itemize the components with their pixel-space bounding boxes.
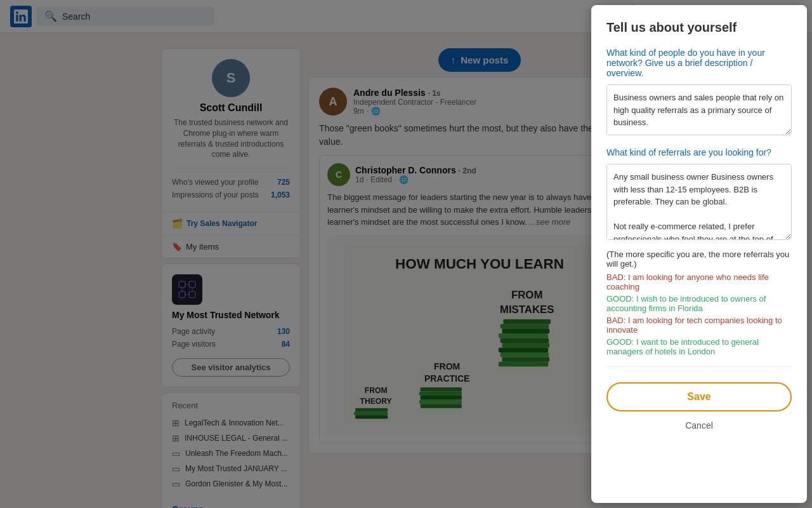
modal-title: Tell us about yourself — [606, 20, 792, 35]
save-button[interactable]: Save — [606, 382, 792, 411]
modal-textarea1[interactable]: Business owners and sales people that re… — [606, 84, 792, 135]
cancel-button[interactable]: Cancel — [606, 414, 792, 437]
tell-us-modal: Tell us about yourself What kind of peop… — [591, 5, 807, 503]
modal-hint: (The more specific you are, the more ref… — [606, 250, 792, 269]
modal-question1: What kind of people do you have in your … — [606, 48, 792, 78]
modal-example-bad2: BAD: I am looking for tech companies loo… — [606, 316, 792, 335]
modal-example-bad1: BAD: I am looking for anyone who needs l… — [606, 272, 792, 291]
modal-example-good2: GOOD: I want to be introduced to general… — [606, 337, 792, 356]
modal-question2: What kind of referrals are you looking f… — [606, 147, 792, 157]
modal-divider — [606, 366, 792, 367]
modal-textarea2[interactable]: Any small business owner Business owners… — [606, 164, 792, 240]
modal-example-good1: GOOD: I wish to be introduced to owners … — [606, 294, 792, 313]
